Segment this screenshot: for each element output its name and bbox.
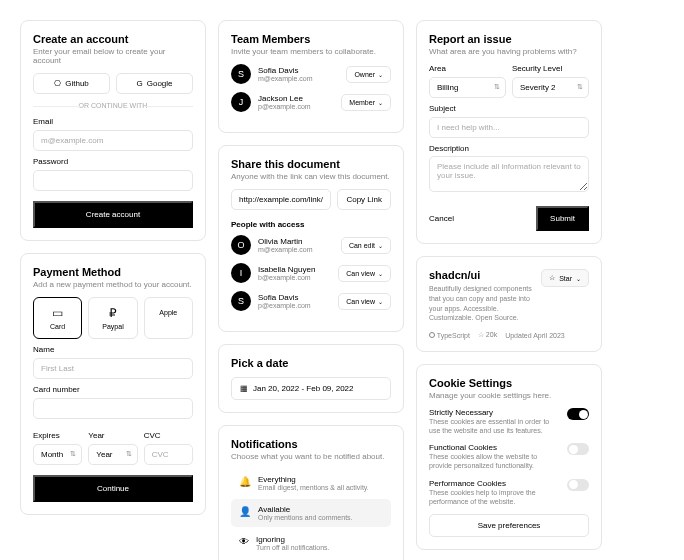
chevron-down-icon: ⌄ <box>378 242 383 249</box>
notif-icon: 👁 <box>239 536 249 547</box>
divider-text: OR CONTINUE WITH <box>33 102 193 109</box>
name-input[interactable] <box>33 358 193 379</box>
notif-title: Everything <box>258 475 369 484</box>
notification-option[interactable]: 👁IgnoringTurn off all notifications. <box>231 529 391 557</box>
card-subtitle: Anyone with the link can view this docum… <box>231 172 391 181</box>
copy-link-button[interactable]: Copy Link <box>337 189 391 210</box>
star-count: ☆ 20k <box>478 331 497 339</box>
expires-label: Expires <box>33 431 82 440</box>
share-link-input[interactable] <box>231 189 331 210</box>
cookie-desc: These cookies allow the website to provi… <box>429 452 559 470</box>
person-email: m@example.com <box>258 246 334 253</box>
pay-option-apple[interactable]: Apple <box>144 297 193 339</box>
card-number-label: Card number <box>33 385 193 394</box>
github-icon: ⎔ <box>54 79 61 88</box>
pay-option-card[interactable]: ▭Card <box>33 297 82 339</box>
card-title: Pick a date <box>231 357 391 369</box>
cookie-desc: These cookies are essential in order to … <box>429 417 559 435</box>
paypal-icon: ₽ <box>93 306 132 320</box>
card-title: Payment Method <box>33 266 193 278</box>
role-select[interactable]: Owner ⌄ <box>346 66 391 83</box>
continue-button[interactable]: Continue <box>33 475 193 502</box>
updated-text: Updated April 2023 <box>505 332 565 339</box>
security-select[interactable]: Severity 2 <box>512 77 589 98</box>
cookie-setting: Performance CookiesThese cookies help to… <box>429 479 589 506</box>
permission-select[interactable]: Can edit ⌄ <box>341 237 391 254</box>
cookie-title: Performance Cookies <box>429 479 559 488</box>
repo-name: shadcn/ui <box>429 269 533 281</box>
cookie-title: Strictly Necessary <box>429 408 559 417</box>
notification-option[interactable]: 👤AvailableOnly mentions and comments. <box>231 499 391 527</box>
submit-button[interactable]: Submit <box>536 206 589 231</box>
team-member: SSofia Davism@example.comOwner ⌄ <box>231 64 391 84</box>
card-subtitle: Invite your team members to collaborate. <box>231 47 391 56</box>
cookie-settings-card: Cookie Settings Manage your cookie setti… <box>416 364 602 550</box>
notif-desc: Only mentions and comments. <box>258 514 353 521</box>
security-label: Security Level <box>512 64 589 73</box>
share-document-card: Share this document Anyone with the link… <box>218 145 404 332</box>
year-label: Year <box>88 431 137 440</box>
cookie-toggle[interactable] <box>567 479 589 491</box>
pay-option-paypal[interactable]: ₽Paypal <box>88 297 137 339</box>
member-email: p@example.com <box>258 103 334 110</box>
description-input[interactable] <box>429 156 589 192</box>
card-title: Team Members <box>231 33 391 45</box>
github-button[interactable]: ⎔Github <box>33 73 110 94</box>
save-preferences-button[interactable]: Save preferences <box>429 514 589 537</box>
notif-icon: 🔔 <box>239 476 251 487</box>
permission-select[interactable]: Can view ⌄ <box>338 265 391 282</box>
cookie-toggle[interactable] <box>567 443 589 455</box>
chevron-down-icon: ⌄ <box>378 270 383 277</box>
avatar: O <box>231 235 251 255</box>
google-button[interactable]: GGoogle <box>116 73 193 94</box>
star-button[interactable]: ☆Star⌄ <box>541 269 589 287</box>
cvc-input[interactable] <box>144 444 193 465</box>
member-name: Jackson Lee <box>258 94 334 103</box>
chevron-down-icon: ⌄ <box>378 99 383 106</box>
cvc-label: CVC <box>144 431 193 440</box>
person-email: p@example.com <box>258 302 331 309</box>
access-person: OOlivia Martinm@example.comCan edit ⌄ <box>231 235 391 255</box>
create-account-card: Create an account Enter your email below… <box>20 20 206 241</box>
avatar: I <box>231 263 251 283</box>
payment-card: Payment Method Add a new payment method … <box>20 253 206 515</box>
member-name: Sofia Davis <box>258 66 339 75</box>
create-account-button[interactable]: Create account <box>33 201 193 228</box>
person-name: Isabella Nguyen <box>258 265 331 274</box>
cookie-title: Functional Cookies <box>429 443 559 452</box>
cancel-button[interactable]: Cancel <box>429 214 454 223</box>
password-label: Password <box>33 157 193 166</box>
avatar: J <box>231 92 251 112</box>
expires-month-select[interactable]: Month <box>33 444 82 465</box>
card-title: Create an account <box>33 33 193 45</box>
member-email: m@example.com <box>258 75 339 82</box>
card-title: Cookie Settings <box>429 377 589 389</box>
lang-dot-icon <box>429 332 435 338</box>
card-subtitle: Choose what you want to be notified abou… <box>231 452 391 461</box>
email-input[interactable] <box>33 130 193 151</box>
password-input[interactable] <box>33 170 193 191</box>
notif-desc: Turn off all notifications. <box>256 544 330 551</box>
cookie-setting: Strictly NecessaryThese cookies are esse… <box>429 408 589 435</box>
chevron-down-icon: ⌄ <box>378 71 383 78</box>
email-label: Email <box>33 117 193 126</box>
access-person: IIsabella Nguyenb@example.comCan view ⌄ <box>231 263 391 283</box>
notification-option[interactable]: 🔔EverythingEmail digest, mentions & all … <box>231 469 391 497</box>
team-member: JJackson Leep@example.comMember ⌄ <box>231 92 391 112</box>
role-select[interactable]: Member ⌄ <box>341 94 391 111</box>
star-icon: ☆ <box>549 274 555 282</box>
name-label: Name <box>33 345 193 354</box>
notif-title: Ignoring <box>256 535 330 544</box>
permission-select[interactable]: Can view ⌄ <box>338 293 391 310</box>
notif-title: Available <box>258 505 353 514</box>
card-number-input[interactable] <box>33 398 193 419</box>
cookie-desc: These cookies help to improve the perfor… <box>429 488 559 506</box>
notif-icon: 👤 <box>239 506 251 517</box>
cookie-toggle[interactable] <box>567 408 589 420</box>
date-range-button[interactable]: ▦Jan 20, 2022 - Feb 09, 2022 <box>231 377 391 400</box>
subject-input[interactable] <box>429 117 589 138</box>
team-members-card: Team Members Invite your team members to… <box>218 20 404 133</box>
avatar: S <box>231 64 251 84</box>
area-select[interactable]: Billing <box>429 77 506 98</box>
expires-year-select[interactable]: Year <box>88 444 137 465</box>
